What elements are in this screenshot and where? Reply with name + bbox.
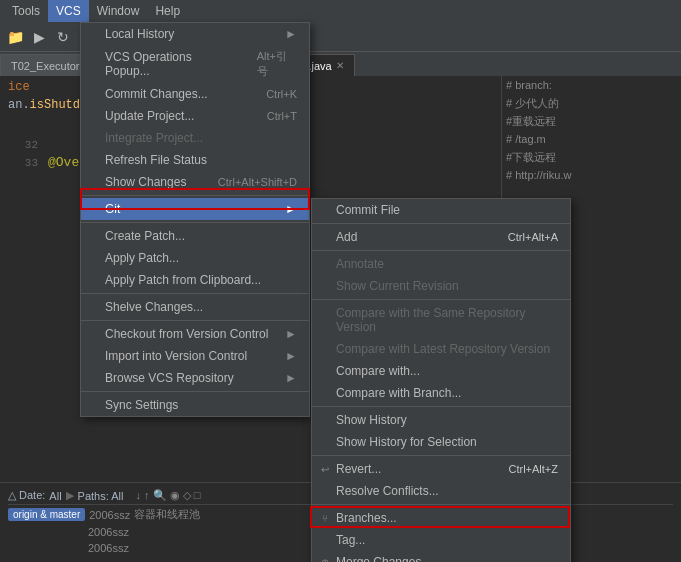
git-sep-3 bbox=[312, 299, 570, 300]
vcs-create-patch[interactable]: Create Patch... bbox=[81, 225, 309, 247]
revert-icon: ↩ bbox=[318, 464, 332, 475]
separator-dot: ▶ bbox=[66, 489, 74, 502]
branch-badge: origin & master bbox=[8, 508, 85, 521]
code-class-keyword: ice bbox=[8, 80, 30, 94]
vcs-shelve-changes[interactable]: Shelve Changes... bbox=[81, 296, 309, 318]
vcs-menu-operations-popup[interactable]: VCS Operations Popup... Alt+引号 bbox=[81, 45, 309, 83]
line-number-33: 33 bbox=[8, 154, 38, 172]
update-project-label: Update Project... bbox=[105, 109, 194, 123]
merge-icon: ⊕ bbox=[318, 557, 332, 563]
vcs-menu-refresh-status[interactable]: Refresh File Status bbox=[81, 149, 309, 171]
git-commit-file-label: Commit File bbox=[336, 203, 400, 217]
right-line-8: # /tag.m bbox=[506, 130, 677, 148]
git-sep-6 bbox=[312, 504, 570, 505]
vcs-menu-git[interactable]: Git ► Commit File Add Ctrl+Alt+A Annotat… bbox=[81, 198, 309, 220]
import-vc-arrow: ► bbox=[285, 349, 297, 363]
vcs-separator-1 bbox=[81, 195, 309, 196]
commit-hash-1: 2006ssz bbox=[89, 509, 130, 521]
vcs-sync-settings[interactable]: Sync Settings bbox=[81, 394, 309, 416]
menubar-vcs[interactable]: VCS bbox=[48, 0, 89, 22]
right-line-6: # 少代人的 bbox=[506, 94, 677, 112]
git-merge[interactable]: ⊕ Merge Changes... bbox=[312, 551, 570, 562]
git-show-history-selection-label: Show History for Selection bbox=[336, 435, 477, 449]
git-annotate: Annotate bbox=[312, 253, 570, 275]
git-compare-branch-label: Compare with Branch... bbox=[336, 386, 461, 400]
git-compare-branch[interactable]: Compare with Branch... bbox=[312, 382, 570, 404]
vcs-import-vc[interactable]: Import into Version Control ► bbox=[81, 345, 309, 367]
git-add[interactable]: Add Ctrl+Alt+A bbox=[312, 226, 570, 248]
show-changes-label: Show Changes bbox=[105, 175, 186, 189]
checkout-vc-label: Checkout from Version Control bbox=[105, 327, 268, 341]
git-compare-same: Compare with the Same Repository Version bbox=[312, 302, 570, 338]
vcs-menu-update-project[interactable]: Update Project... Ctrl+T bbox=[81, 105, 309, 127]
date-filter: All bbox=[49, 490, 61, 502]
tab-close-2[interactable]: ✕ bbox=[336, 60, 344, 71]
show-changes-shortcut: Ctrl+Alt+Shift+D bbox=[218, 176, 297, 188]
git-arrow: ► bbox=[285, 202, 297, 216]
git-branches[interactable]: ⑂ Branches... bbox=[312, 507, 570, 529]
vcs-browse-repo[interactable]: Browse VCS Repository ► bbox=[81, 367, 309, 389]
commit-changes-label: Commit Changes... bbox=[105, 87, 208, 101]
menubar: Tools VCS Window Help bbox=[0, 0, 681, 22]
vcs-menu-show-changes[interactable]: Show Changes Ctrl+Alt+Shift+D bbox=[81, 171, 309, 193]
checkout-vc-arrow: ► bbox=[285, 327, 297, 341]
refresh-status-label: Refresh File Status bbox=[105, 153, 207, 167]
integrate-project-label: Integrate Project... bbox=[105, 131, 203, 145]
create-patch-label: Create Patch... bbox=[105, 229, 185, 243]
vcs-separator-4 bbox=[81, 320, 309, 321]
git-show-history-label: Show History bbox=[336, 413, 407, 427]
toolbar-btn-2[interactable]: ▶ bbox=[28, 26, 50, 48]
git-resolve-label: Resolve Conflicts... bbox=[336, 484, 439, 498]
vcs-menu-local-history-label: Local History bbox=[105, 27, 174, 41]
bottom-label: △ Date: bbox=[8, 489, 45, 502]
local-history-arrow: ► bbox=[285, 27, 297, 41]
vcs-separator-3 bbox=[81, 293, 309, 294]
git-commit-file[interactable]: Commit File bbox=[312, 199, 570, 221]
commit-hash-2: 2006ssz bbox=[88, 526, 129, 538]
browse-repo-label: Browse VCS Repository bbox=[105, 371, 234, 385]
git-compare-with[interactable]: Compare with... bbox=[312, 360, 570, 382]
git-show-current-label: Show Current Revision bbox=[336, 279, 459, 293]
git-sep-5 bbox=[312, 455, 570, 456]
vcs-separator-2 bbox=[81, 222, 309, 223]
git-annotate-label: Annotate bbox=[336, 257, 384, 271]
apply-patch-label: Apply Patch... bbox=[105, 251, 179, 265]
git-tag-label: Tag... bbox=[336, 533, 365, 547]
vcs-operations-label: VCS Operations Popup... bbox=[105, 50, 237, 78]
menubar-help[interactable]: Help bbox=[147, 0, 188, 22]
vcs-apply-patch[interactable]: Apply Patch... bbox=[81, 247, 309, 269]
git-revert[interactable]: ↩ Revert... Ctrl+Alt+Z bbox=[312, 458, 570, 480]
vcs-checkout-vc[interactable]: Checkout from Version Control ► bbox=[81, 323, 309, 345]
shelve-changes-label: Shelve Changes... bbox=[105, 300, 203, 314]
git-tag[interactable]: Tag... bbox=[312, 529, 570, 551]
git-resolve-conflicts[interactable]: Resolve Conflicts... bbox=[312, 480, 570, 502]
vcs-menu-integrate-project: Integrate Project... bbox=[81, 127, 309, 149]
commit-changes-shortcut: Ctrl+K bbox=[266, 88, 297, 100]
git-show-history-selection[interactable]: Show History for Selection bbox=[312, 431, 570, 453]
branches-icon: ⑂ bbox=[318, 513, 332, 524]
git-sep-1 bbox=[312, 223, 570, 224]
menubar-tools[interactable]: Tools bbox=[4, 0, 48, 22]
sync-settings-label: Sync Settings bbox=[105, 398, 178, 412]
toolbar-btn-3[interactable]: ↻ bbox=[52, 26, 74, 48]
line-number-32: 32 bbox=[8, 136, 38, 154]
git-show-history[interactable]: Show History bbox=[312, 409, 570, 431]
git-merge-label: Merge Changes... bbox=[336, 555, 431, 562]
commit-label: 容器和线程池 bbox=[134, 507, 200, 522]
vcs-menu-local-history[interactable]: Local History ► bbox=[81, 23, 309, 45]
git-compare-latest-label: Compare with Latest Repository Version bbox=[336, 342, 550, 356]
paths-label: Paths: All bbox=[78, 490, 124, 502]
bottom-icons: ↓ ↑ 🔍 ◉ ◇ □ bbox=[135, 489, 200, 502]
apply-patch-clipboard-label: Apply Patch from Clipboard... bbox=[105, 273, 261, 287]
vcs-separator-5 bbox=[81, 391, 309, 392]
git-compare-latest: Compare with Latest Repository Version bbox=[312, 338, 570, 360]
toolbar-btn-1[interactable]: 📁 bbox=[4, 26, 26, 48]
right-line-7: #重载远程 bbox=[506, 112, 677, 130]
git-add-shortcut: Ctrl+Alt+A bbox=[508, 231, 558, 243]
vcs-menu-commit-changes[interactable]: Commit Changes... Ctrl+K bbox=[81, 83, 309, 105]
vcs-apply-patch-clipboard[interactable]: Apply Patch from Clipboard... bbox=[81, 269, 309, 291]
git-label: Git bbox=[105, 202, 120, 216]
right-line-10: # http://riku.w bbox=[506, 166, 677, 184]
menubar-window[interactable]: Window bbox=[89, 0, 148, 22]
git-add-label: Add bbox=[336, 230, 357, 244]
